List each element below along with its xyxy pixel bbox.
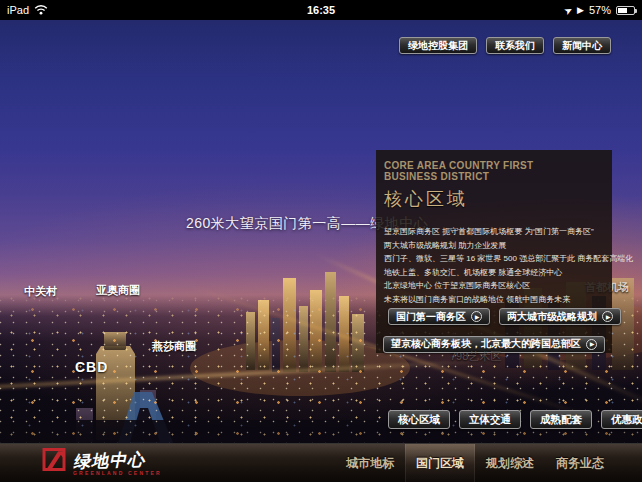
footer-tabs: 城市地标 国门区域 规划综述 商务业态 xyxy=(335,444,615,482)
section-button-group: 核心区域 立体交通 成熟配套 优惠政策 xyxy=(388,410,642,429)
greenland-center-logo: 绿地中心 GREENLAND CENTER xyxy=(42,447,162,478)
bottom-nav-bar: 绿地中心 GREENLAND CENTER 城市地标 国门区域 规划综述 商务业… xyxy=(0,443,642,482)
panel-title-en: CORE AREA COUNTRY FIRST BUSINESS DISTRIC… xyxy=(384,160,604,182)
tab-city-landmark[interactable]: 城市地标 xyxy=(335,444,405,482)
paragraph-line: 两大城市级战略规划 助力企业发展 xyxy=(384,239,604,253)
tab-gateway-area[interactable]: 国门区域 xyxy=(405,444,475,482)
greenland-group-button[interactable]: 绿地控股集团 xyxy=(399,37,477,54)
app-screen: 16:35 iPad ➤ ▶ 57% xyxy=(0,0,642,482)
map-label-zhongguancun: 中关村 xyxy=(24,284,57,299)
battery-icon xyxy=(616,6,635,15)
contact-us-button[interactable]: 联系我们 xyxy=(486,37,544,54)
map-label-yansha: 燕莎商圈 xyxy=(152,339,196,354)
tab-business-format[interactable]: 商务业态 xyxy=(545,444,615,482)
map-label-798-art-district: 798艺术区 xyxy=(450,349,501,364)
paragraph-line: 地铁上盖、多轨交汇、机场枢要 脉通全球经济中心 xyxy=(384,266,604,280)
paragraph-line: 望京国际商务区 扼守首都国际机场枢要 为“国门第一商务区” xyxy=(384,225,604,239)
tab-planning-overview[interactable]: 规划综述 xyxy=(475,444,545,482)
clock: 16:35 xyxy=(0,4,642,16)
paragraph-line: 北京绿地中心 位于望京国际商务区核心区 xyxy=(384,279,604,293)
status-bar: 16:35 iPad ➤ ▶ 57% xyxy=(0,0,642,20)
map-label-cbd: CBD xyxy=(75,359,108,375)
paragraph-line: 西门子、微软、三星等 16 家世界 500 强总部汇聚于此 商务配套高端化 xyxy=(384,252,604,266)
top-button-group: 绿地控股集团 联系我们 新闻中心 xyxy=(399,37,611,54)
policy-button[interactable]: 优惠政策 xyxy=(601,410,642,429)
greenland-logo-icon xyxy=(42,447,68,478)
play-circle-icon: ▶ xyxy=(471,311,482,322)
transport-button[interactable]: 立体交通 xyxy=(459,410,521,429)
news-center-button[interactable]: 新闻中心 xyxy=(553,37,611,54)
first-business-district-button[interactable]: 国门第一商务区 ▶ xyxy=(388,308,490,325)
play-circle-icon: ▶ xyxy=(586,339,597,350)
panel-title-cn: 核心区域 xyxy=(384,187,604,211)
map-label-yaao: 亚奥商圈 xyxy=(96,283,140,298)
core-area-button[interactable]: 核心区域 xyxy=(388,410,450,429)
play-circle-icon: ▶ xyxy=(602,311,613,322)
city-strategy-plan-button[interactable]: 两大城市级战略规划 ▶ xyxy=(499,308,621,325)
amenities-button[interactable]: 成熟配套 xyxy=(530,410,592,429)
panel-paragraph: 望京国际商务区 扼守首都国际机场枢要 为“国门第一商务区” 两大城市级战略规划 … xyxy=(384,225,604,306)
paragraph-line: 未来将以国门商务窗口的战略地位 领航中国商务未来 xyxy=(384,293,604,307)
panel-button-row: 国门第一商务区 ▶ 两大城市级战略规划 ▶ xyxy=(388,308,621,325)
core-area-info-panel: CORE AREA COUNTRY FIRST BUSINESS DISTRIC… xyxy=(376,150,612,353)
logo-text-cn: 绿地中心 xyxy=(73,447,163,473)
